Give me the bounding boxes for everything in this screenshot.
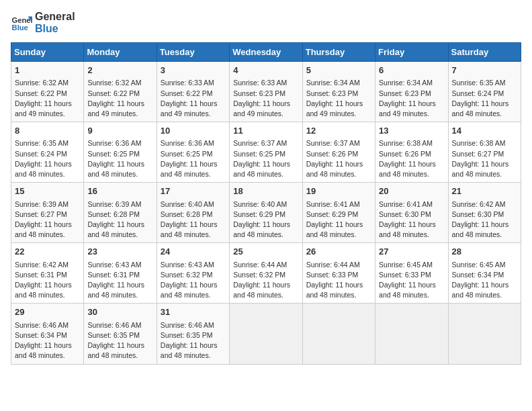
calendar-cell: 30Sunrise: 6:46 AMSunset: 6:35 PMDayligh…	[84, 304, 157, 364]
day-info: Sunrise: 6:40 AMSunset: 6:28 PMDaylight:…	[161, 199, 226, 240]
day-number: 29	[15, 306, 80, 318]
day-number: 13	[379, 125, 444, 137]
calendar-cell: 28Sunrise: 6:45 AMSunset: 6:34 PMDayligh…	[448, 243, 521, 304]
weekday-header-tuesday: Tuesday	[157, 43, 229, 62]
day-info: Sunrise: 6:34 AMSunset: 6:23 PMDaylight:…	[379, 78, 444, 119]
day-info: Sunrise: 6:32 AMSunset: 6:22 PMDaylight:…	[15, 78, 80, 119]
calendar-cell	[375, 304, 448, 364]
calendar-cell: 15Sunrise: 6:39 AMSunset: 6:27 PMDayligh…	[11, 183, 84, 243]
day-info: Sunrise: 6:38 AMSunset: 6:27 PMDaylight:…	[452, 138, 517, 179]
calendar-cell: 12Sunrise: 6:37 AMSunset: 6:26 PMDayligh…	[302, 122, 375, 183]
calendar-cell: 20Sunrise: 6:41 AMSunset: 6:30 PMDayligh…	[375, 183, 448, 243]
day-number: 16	[87, 185, 152, 197]
calendar-cell: 13Sunrise: 6:38 AMSunset: 6:26 PMDayligh…	[375, 122, 448, 183]
weekday-header-saturday: Saturday	[448, 43, 521, 62]
day-info: Sunrise: 6:35 AMSunset: 6:24 PMDaylight:…	[15, 138, 80, 179]
day-info: Sunrise: 6:32 AMSunset: 6:22 PMDaylight:…	[87, 78, 152, 119]
calendar-cell: 22Sunrise: 6:42 AMSunset: 6:31 PMDayligh…	[11, 243, 84, 304]
weekday-header-monday: Monday	[84, 43, 157, 62]
svg-text:Blue: Blue	[12, 24, 28, 32]
day-number: 30	[87, 306, 152, 318]
day-number: 5	[306, 64, 371, 77]
calendar-cell	[230, 304, 302, 364]
day-info: Sunrise: 6:45 AMSunset: 6:34 PMDaylight:…	[452, 260, 517, 301]
day-info: Sunrise: 6:46 AMSunset: 6:35 PMDaylight:…	[87, 320, 152, 361]
calendar-week-1: 1Sunrise: 6:32 AMSunset: 6:22 PMDaylight…	[11, 62, 521, 122]
calendar-cell: 5Sunrise: 6:34 AMSunset: 6:23 PMDaylight…	[302, 62, 375, 122]
calendar-cell: 11Sunrise: 6:37 AMSunset: 6:25 PMDayligh…	[230, 122, 302, 183]
day-number: 2	[87, 64, 152, 77]
day-number: 31	[161, 306, 226, 318]
day-number: 25	[233, 246, 298, 258]
day-info: Sunrise: 6:33 AMSunset: 6:23 PMDaylight:…	[233, 78, 298, 119]
calendar-cell: 3Sunrise: 6:33 AMSunset: 6:22 PMDaylight…	[157, 62, 229, 122]
day-number: 7	[452, 64, 517, 77]
day-info: Sunrise: 6:43 AMSunset: 6:31 PMDaylight:…	[87, 260, 152, 301]
day-number: 26	[306, 246, 371, 258]
day-info: Sunrise: 6:46 AMSunset: 6:35 PMDaylight:…	[161, 320, 226, 361]
weekday-header-sunday: Sunday	[11, 43, 84, 62]
calendar-cell: 19Sunrise: 6:41 AMSunset: 6:29 PMDayligh…	[302, 183, 375, 243]
calendar-cell: 8Sunrise: 6:35 AMSunset: 6:24 PMDaylight…	[11, 122, 84, 183]
day-number: 27	[379, 246, 444, 258]
calendar-cell: 27Sunrise: 6:45 AMSunset: 6:33 PMDayligh…	[375, 243, 448, 304]
calendar-week-3: 15Sunrise: 6:39 AMSunset: 6:27 PMDayligh…	[11, 183, 521, 243]
calendar-cell: 2Sunrise: 6:32 AMSunset: 6:22 PMDaylight…	[84, 62, 157, 122]
day-number: 19	[306, 185, 371, 197]
calendar-cell: 10Sunrise: 6:36 AMSunset: 6:25 PMDayligh…	[157, 122, 229, 183]
day-info: Sunrise: 6:35 AMSunset: 6:24 PMDaylight:…	[452, 78, 517, 119]
day-number: 10	[161, 125, 226, 137]
day-info: Sunrise: 6:44 AMSunset: 6:33 PMDaylight:…	[306, 260, 371, 301]
day-info: Sunrise: 6:34 AMSunset: 6:23 PMDaylight:…	[306, 78, 371, 119]
calendar-cell: 4Sunrise: 6:33 AMSunset: 6:23 PMDaylight…	[230, 62, 302, 122]
day-info: Sunrise: 6:43 AMSunset: 6:32 PMDaylight:…	[161, 260, 226, 301]
day-info: Sunrise: 6:33 AMSunset: 6:22 PMDaylight:…	[161, 78, 226, 119]
calendar-cell: 14Sunrise: 6:38 AMSunset: 6:27 PMDayligh…	[448, 122, 521, 183]
logo: General Blue General Blue	[11, 11, 75, 34]
calendar-table: SundayMondayTuesdayWednesdayThursdayFrid…	[11, 42, 521, 364]
day-info: Sunrise: 6:41 AMSunset: 6:30 PMDaylight:…	[379, 199, 444, 240]
logo-text-general: General	[35, 11, 75, 23]
day-number: 11	[233, 125, 298, 137]
day-number: 17	[161, 185, 226, 197]
day-number: 24	[161, 246, 226, 258]
day-number: 18	[233, 185, 298, 197]
calendar-cell: 7Sunrise: 6:35 AMSunset: 6:24 PMDaylight…	[448, 62, 521, 122]
calendar-cell: 17Sunrise: 6:40 AMSunset: 6:28 PMDayligh…	[157, 183, 229, 243]
day-info: Sunrise: 6:39 AMSunset: 6:27 PMDaylight:…	[15, 199, 80, 240]
day-number: 20	[379, 185, 444, 197]
day-info: Sunrise: 6:45 AMSunset: 6:33 PMDaylight:…	[379, 260, 444, 301]
day-number: 3	[161, 64, 226, 77]
day-info: Sunrise: 6:37 AMSunset: 6:26 PMDaylight:…	[306, 138, 371, 179]
day-number: 6	[379, 64, 444, 77]
weekday-header-wednesday: Wednesday	[230, 43, 302, 62]
day-info: Sunrise: 6:39 AMSunset: 6:28 PMDaylight:…	[87, 199, 152, 240]
day-number: 21	[452, 185, 517, 197]
day-number: 14	[452, 125, 517, 137]
day-info: Sunrise: 6:41 AMSunset: 6:29 PMDaylight:…	[306, 199, 371, 240]
calendar-cell: 18Sunrise: 6:40 AMSunset: 6:29 PMDayligh…	[230, 183, 302, 243]
calendar-cell: 1Sunrise: 6:32 AMSunset: 6:22 PMDaylight…	[11, 62, 84, 122]
day-info: Sunrise: 6:40 AMSunset: 6:29 PMDaylight:…	[233, 199, 298, 240]
calendar-cell: 21Sunrise: 6:42 AMSunset: 6:30 PMDayligh…	[448, 183, 521, 243]
day-info: Sunrise: 6:42 AMSunset: 6:30 PMDaylight:…	[452, 199, 517, 240]
day-number: 22	[15, 246, 80, 258]
calendar-cell: 24Sunrise: 6:43 AMSunset: 6:32 PMDayligh…	[157, 243, 229, 304]
calendar-cell: 6Sunrise: 6:34 AMSunset: 6:23 PMDaylight…	[375, 62, 448, 122]
page-header: General Blue General Blue	[11, 11, 521, 34]
day-info: Sunrise: 6:36 AMSunset: 6:25 PMDaylight:…	[161, 138, 226, 179]
calendar-cell: 23Sunrise: 6:43 AMSunset: 6:31 PMDayligh…	[84, 243, 157, 304]
calendar-cell	[302, 304, 375, 364]
day-number: 8	[15, 125, 80, 137]
weekday-header-thursday: Thursday	[302, 43, 375, 62]
day-info: Sunrise: 6:36 AMSunset: 6:25 PMDaylight:…	[87, 138, 152, 179]
day-number: 12	[306, 125, 371, 137]
day-info: Sunrise: 6:38 AMSunset: 6:26 PMDaylight:…	[379, 138, 444, 179]
calendar-cell: 29Sunrise: 6:46 AMSunset: 6:34 PMDayligh…	[11, 304, 84, 364]
calendar-week-2: 8Sunrise: 6:35 AMSunset: 6:24 PMDaylight…	[11, 122, 521, 183]
calendar-week-5: 29Sunrise: 6:46 AMSunset: 6:34 PMDayligh…	[11, 304, 521, 364]
weekday-header-friday: Friday	[375, 43, 448, 62]
calendar-cell: 25Sunrise: 6:44 AMSunset: 6:32 PMDayligh…	[230, 243, 302, 304]
day-number: 23	[87, 246, 152, 258]
day-info: Sunrise: 6:42 AMSunset: 6:31 PMDaylight:…	[15, 260, 80, 301]
